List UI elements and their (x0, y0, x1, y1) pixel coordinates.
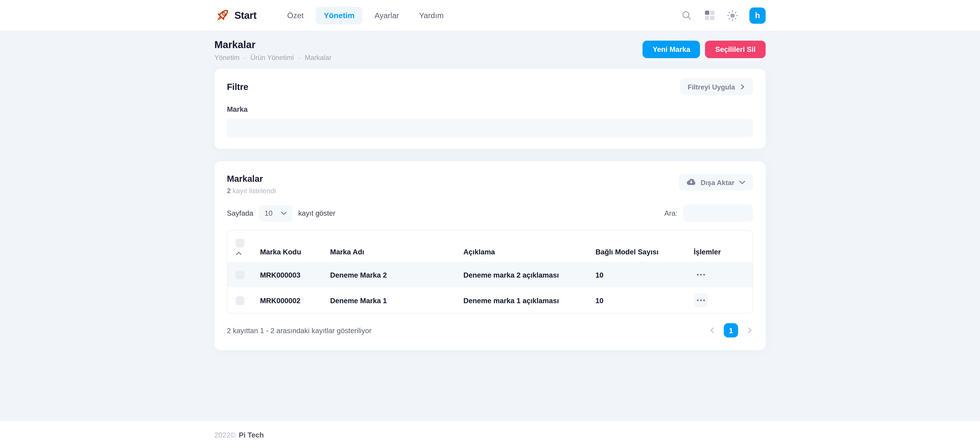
delete-selected-button[interactable]: Seçilileri Sil (705, 41, 765, 58)
select-all-checkbox[interactable] (235, 239, 244, 248)
breadcrumb-separator: - (298, 54, 300, 61)
breadcrumb-separator: - (244, 54, 246, 61)
table-card-title: Markalar (227, 174, 276, 184)
page-size-suffix: kayıt göster (298, 209, 335, 217)
cell-model-count: 10 (595, 288, 694, 313)
row-checkbox[interactable] (235, 270, 244, 279)
row-actions-button[interactable] (694, 267, 708, 282)
main-menu: Özet Yönetim Ayarlar Yardım (279, 6, 452, 24)
column-header-name[interactable]: Marka Adı (330, 230, 463, 262)
menu-item-ayarlar[interactable]: Ayarlar (366, 6, 407, 24)
export-button[interactable]: Dışa Aktar (679, 174, 753, 191)
menu-item-yonetim[interactable]: Yönetim (315, 6, 363, 24)
page-size-prefix: Sayfada (227, 209, 253, 217)
footer-year: 2022© (215, 431, 235, 438)
page-title: Markalar (215, 40, 331, 51)
row-actions-button[interactable] (694, 293, 708, 308)
column-header-actions: İşlemler (694, 230, 752, 262)
current-page-button[interactable]: 1 (724, 323, 738, 338)
cell-model-count: 10 (595, 262, 694, 288)
brands-table: Marka Kodu Marka Adı Açıklama Bağlı Mode… (227, 230, 753, 314)
column-header-description[interactable]: Açıklama (463, 230, 595, 262)
column-header-model-count[interactable]: Bağlı Model Sayısı (595, 230, 694, 262)
cell-brand-description: Deneme marka 2 açıklaması (463, 262, 595, 288)
table-row: MRK000003 Deneme Marka 2 Deneme marka 2 … (228, 262, 752, 288)
brands-table-card: Markalar 2 kayıt listelendi (215, 161, 765, 350)
chevron-down-icon (739, 180, 746, 184)
top-navbar: Start Özet Yönetim Ayarlar Yardım (0, 0, 980, 31)
apps-grid-icon[interactable] (703, 9, 716, 21)
menu-item-ozet[interactable]: Özet (279, 6, 312, 24)
search-label: Ara: (664, 209, 678, 217)
user-avatar[interactable]: h (749, 7, 765, 24)
table-header-row: Marka Kodu Marka Adı Açıklama Bağlı Mode… (228, 230, 752, 262)
table-search-input[interactable] (683, 204, 753, 222)
breadcrumb-item[interactable]: Markalar (305, 54, 331, 61)
brand-logo[interactable]: Start (215, 7, 256, 24)
new-brand-button[interactable]: Yeni Marka (643, 41, 700, 58)
column-header-code[interactable]: Marka Kodu (260, 230, 330, 262)
page-size-value: 10 (264, 209, 272, 217)
menu-item-yardim[interactable]: Yardım (411, 6, 452, 24)
chevron-down-icon (281, 211, 287, 215)
record-count: 2 (227, 187, 231, 194)
breadcrumb-item[interactable]: Yönetim (215, 54, 240, 61)
footer-company[interactable]: Pi Tech (239, 431, 264, 438)
breadcrumb-item[interactable]: Ürün Yönetimi (250, 54, 294, 61)
row-checkbox[interactable] (235, 296, 244, 305)
brand-filter-input[interactable] (227, 119, 753, 138)
prev-page-icon[interactable] (709, 327, 716, 334)
search-icon[interactable] (680, 9, 692, 21)
page: Start Özet Yönetim Ayarlar Yardım (0, 0, 980, 448)
chevron-right-icon (739, 83, 746, 90)
page-header-actions: Yeni Marka Seçilileri Sil (643, 41, 765, 58)
next-page-icon[interactable] (746, 327, 753, 334)
filter-card: Filtre Filtreyi Uygula Marka (215, 69, 765, 149)
record-count-subtitle: 2 kayıt listelendi (227, 187, 276, 194)
content-area: Markalar Yönetim - Ürün Yönetimi - Marka… (0, 31, 980, 421)
filter-title: Filtre (227, 82, 248, 92)
page-size-select[interactable]: 10 (259, 205, 293, 222)
cell-brand-description: Deneme marka 1 açıklaması (463, 288, 595, 313)
apply-filter-label: Filtreyi Uygula (687, 83, 735, 91)
cell-brand-code: MRK000002 (260, 288, 330, 313)
table-row: MRK000002 Deneme Marka 1 Deneme marka 1 … (228, 288, 752, 313)
breadcrumb: Yönetim - Ürün Yönetimi - Markalar (215, 54, 331, 61)
navbar-actions: h (680, 7, 765, 24)
theme-sun-icon[interactable] (726, 9, 739, 21)
record-count-text: kayıt listelendi (232, 187, 275, 194)
rocket-icon (215, 7, 231, 24)
page-footer: 2022© Pi Tech (0, 421, 980, 448)
brand-name: Start (234, 10, 256, 21)
cell-brand-code: MRK000003 (260, 262, 330, 288)
pagination-info: 2 kayıttan 1 - 2 arasındaki kayıtlar gös… (227, 327, 371, 334)
sort-asc-icon[interactable] (235, 251, 242, 256)
brand-field-label: Marka (227, 106, 753, 113)
pagination: 1 (709, 323, 753, 338)
page-header: Markalar Yönetim - Ürün Yönetimi - Marka… (215, 31, 765, 61)
table-controls: Sayfada 10 kayıt göster Ara: (215, 204, 765, 222)
apply-filter-button[interactable]: Filtreyi Uygula (680, 78, 753, 95)
cell-brand-name: Deneme Marka 2 (330, 262, 463, 288)
export-label: Dışa Aktar (701, 178, 734, 186)
cell-brand-name: Deneme Marka 1 (330, 288, 463, 313)
cloud-download-icon (686, 178, 696, 186)
